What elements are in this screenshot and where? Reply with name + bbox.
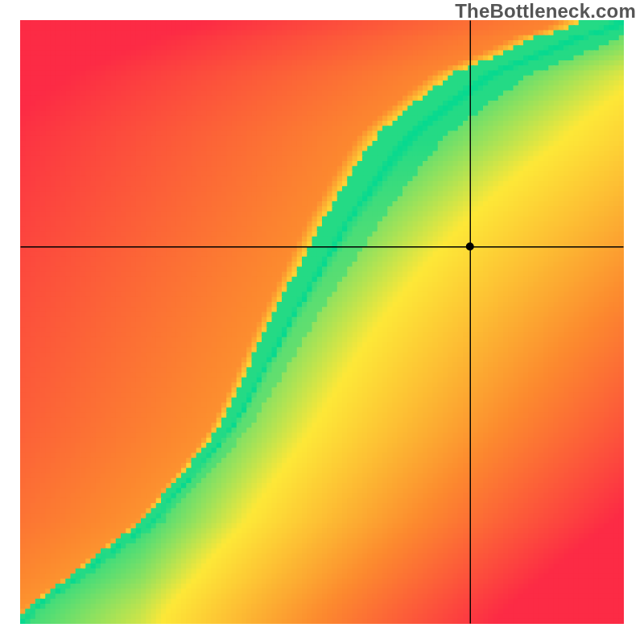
watermark-text: TheBottleneck.com [455,0,636,23]
bottleneck-heatmap [20,20,624,624]
crosshair-overlay [20,20,624,624]
page-root: TheBottleneck.com [0,0,644,644]
